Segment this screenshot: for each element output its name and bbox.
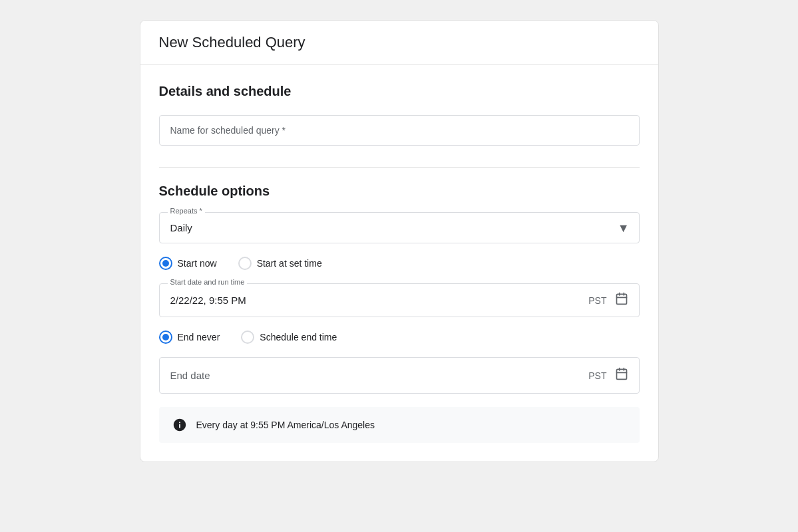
start-date-tz: PST [588,295,606,306]
query-name-input[interactable] [159,115,640,146]
start-date-right: PST [588,292,628,309]
end-date-calendar-icon[interactable] [615,367,628,384]
start-date-field[interactable]: Start date and run time 2/22/22, 9:55 PM… [159,283,640,317]
card-header: New Scheduled Query [140,21,658,65]
svg-rect-0 [616,294,626,304]
start-date-label: Start date and run time [168,278,248,286]
start-set-time-radio[interactable] [238,257,252,270]
info-text: Every day at 9:55 PM America/Los Angeles [196,420,375,430]
page-title: New Scheduled Query [159,34,640,51]
end-date-tz: PST [588,370,606,381]
start-date-calendar-icon[interactable] [615,292,628,309]
end-never-label: End never [178,332,220,342]
details-section: Details and schedule [159,84,640,146]
start-set-time-option[interactable]: Start at set time [238,257,322,270]
schedule-end-time-option[interactable]: Schedule end time [241,331,337,344]
schedule-end-time-radio[interactable] [241,331,254,344]
repeats-select[interactable]: Daily Weekly Monthly Custom [160,213,639,243]
name-field-wrapper [159,115,640,146]
end-date-field[interactable]: End date PST [159,357,640,394]
info-icon [172,418,187,432]
start-now-label: Start now [178,258,217,269]
card-body: Details and schedule Schedule options Re… [140,65,658,462]
repeats-wrapper: Repeats * Daily Weekly Monthly Custom ▼ [159,212,640,243]
info-banner: Every day at 9:55 PM America/Los Angeles [159,407,640,443]
end-never-radio[interactable] [159,331,172,344]
start-now-radio[interactable] [159,257,172,270]
schedule-options-section: Schedule options Repeats * Daily Weekly … [159,184,640,443]
end-radio-group: End never Schedule end time [159,331,640,344]
start-set-time-label: Start at set time [257,258,322,269]
repeats-label: Repeats * [168,207,205,215]
end-date-right: PST [588,367,628,384]
divider [159,167,640,168]
start-now-option[interactable]: Start now [159,257,217,270]
end-never-option[interactable]: End never [159,331,220,344]
schedule-end-time-label: Schedule end time [260,332,337,342]
schedule-options-title: Schedule options [159,184,640,199]
svg-rect-4 [616,369,626,379]
main-card: New Scheduled Query Details and schedule… [140,20,659,462]
start-radio-group: Start now Start at set time [159,257,640,270]
end-date-placeholder: End date [170,370,210,381]
details-section-title: Details and schedule [159,84,640,99]
start-date-value: 2/22/22, 9:55 PM [170,295,246,306]
